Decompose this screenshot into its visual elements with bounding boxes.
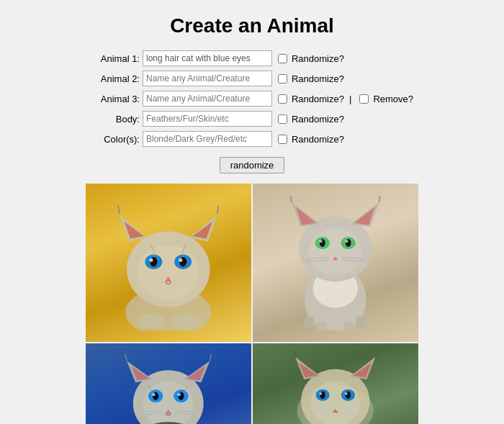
svg-point-31 — [309, 228, 363, 275]
animal3-label: Animal 3: — [91, 94, 140, 104]
animal3-randomize-checkbox[interactable] — [278, 94, 287, 104]
svg-rect-44 — [344, 322, 356, 330]
body-label: Body: — [91, 114, 140, 125]
svg-point-37 — [345, 240, 348, 243]
svg-point-8 — [138, 245, 199, 300]
image-1 — [86, 184, 251, 342]
svg-point-81 — [320, 392, 323, 394]
animal1-row: Animal 1: Randomize? — [91, 50, 413, 66]
animal3-remove-checkbox[interactable] — [359, 94, 369, 104]
svg-point-76 — [311, 381, 360, 424]
svg-point-20 — [138, 314, 165, 328]
animal3-row: Animal 3: Randomize? | Remove? — [91, 91, 413, 107]
animal2-row: Animal 2: Randomize? — [91, 71, 413, 86]
animal3-input[interactable] — [143, 91, 272, 107]
svg-point-59 — [152, 393, 156, 396]
animal1-input[interactable] — [143, 50, 272, 66]
svg-rect-46 — [356, 316, 366, 328]
animal3-randomize-label: Randomize? — [292, 94, 344, 104]
colors-row: Color(s): Randomize? — [91, 131, 413, 147]
svg-rect-43 — [316, 322, 328, 330]
body-input[interactable] — [143, 111, 272, 127]
image-grid — [86, 184, 418, 424]
animal2-label: Animal 2: — [91, 73, 140, 84]
body-row: Body: Randomize? — [91, 111, 413, 127]
svg-line-75 — [376, 352, 377, 357]
colors-label: Color(s): — [91, 134, 140, 145]
svg-rect-45 — [305, 316, 315, 328]
randomize-button-row: randomize — [220, 157, 285, 173]
svg-line-29 — [291, 196, 292, 202]
svg-line-7 — [217, 204, 219, 214]
animal1-label: Animal 1: — [91, 53, 140, 64]
page-title: Create an Animal — [170, 14, 334, 37]
body-randomize-label: Randomize? — [292, 114, 344, 125]
svg-line-30 — [379, 196, 381, 202]
image-3 — [86, 343, 251, 424]
animal2-randomize-checkbox[interactable] — [278, 74, 287, 84]
colors-input[interactable] — [143, 131, 272, 147]
animal1-randomize-label: Randomize? — [292, 53, 344, 64]
svg-line-6 — [118, 204, 120, 214]
image-2 — [253, 184, 418, 342]
randomize-button[interactable]: randomize — [220, 157, 285, 173]
image-4 — [253, 343, 418, 424]
body-randomize-checkbox[interactable] — [278, 114, 287, 124]
colors-randomize-checkbox[interactable] — [278, 135, 287, 144]
colors-randomize-label: Randomize? — [292, 134, 344, 145]
svg-point-60 — [178, 393, 181, 396]
svg-line-74 — [294, 352, 295, 357]
svg-point-21 — [172, 314, 199, 328]
svg-point-82 — [345, 392, 348, 394]
form-area: Animal 1: Randomize? Animal 2: Randomize… — [91, 50, 413, 147]
svg-line-53 — [210, 354, 212, 361]
animal3-remove-label: Remove? — [373, 94, 413, 104]
svg-point-36 — [319, 240, 323, 243]
svg-point-13 — [150, 258, 153, 261]
animal2-input[interactable] — [143, 71, 272, 86]
animal2-randomize-label: Randomize? — [292, 73, 344, 84]
separator: | — [349, 94, 351, 104]
svg-line-52 — [125, 354, 127, 361]
svg-point-14 — [179, 258, 182, 261]
animal1-randomize-checkbox[interactable] — [278, 54, 287, 63]
